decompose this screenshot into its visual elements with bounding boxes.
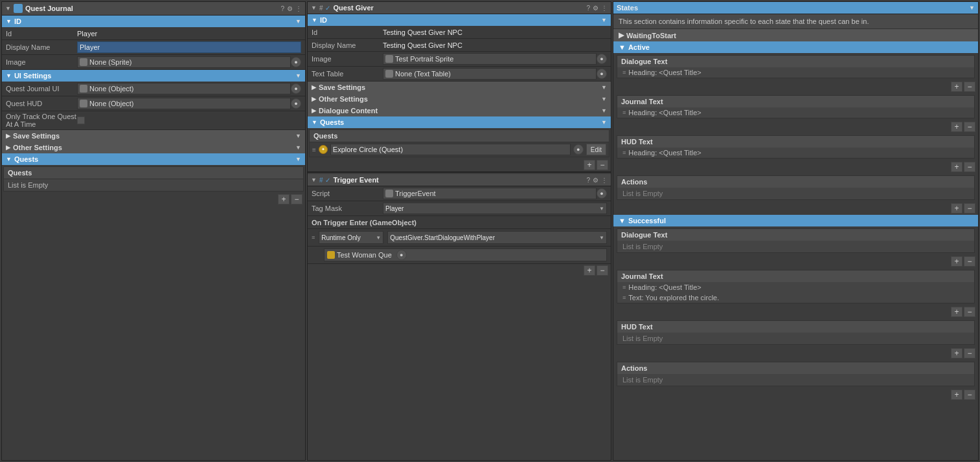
qg-arrow-icon: ▼ xyxy=(311,5,317,11)
settings-icon[interactable]: ⚙ xyxy=(287,5,293,12)
te-runtime-dropdown[interactable]: Runtime Only ▼ xyxy=(319,231,383,244)
active-hud-drag: ≡ xyxy=(622,149,626,156)
qg-check-icon[interactable]: ✓ xyxy=(325,5,330,12)
te-script-object[interactable]: TriggerEvent xyxy=(383,188,597,199)
ui-dropdown-icon[interactable]: ▼ xyxy=(295,72,301,79)
qg-text-table-circle[interactable]: ● xyxy=(597,69,607,79)
quests-dropdown-icon[interactable]: ▼ xyxy=(295,156,301,162)
te-add-btn[interactable]: + xyxy=(584,265,595,276)
succ-hud-sub: HUD Text List is Empty xyxy=(617,320,975,345)
save-settings-header[interactable]: ▶ Save Settings ▼ xyxy=(2,130,305,142)
active-journal-add[interactable]: + xyxy=(951,122,963,132)
ui-settings-label: UI Settings xyxy=(14,72,51,80)
qg-dialogue-header[interactable]: ▶ Dialogue Content ▼ xyxy=(308,105,611,116)
states-dropdown-icon[interactable]: ▼ xyxy=(969,5,975,11)
succ-dialogue-controls: + − xyxy=(613,255,978,268)
te-settings-icon[interactable]: ⚙ xyxy=(593,177,598,184)
menu-icon[interactable]: ⋮ xyxy=(295,5,302,12)
quest-item-input[interactable] xyxy=(330,144,571,155)
qg-quests-dropdown[interactable]: ▼ xyxy=(601,119,607,126)
qg-save-dropdown[interactable]: ▼ xyxy=(601,84,607,91)
te-remove-btn[interactable]: − xyxy=(597,265,608,276)
quest-journal-icon xyxy=(14,4,23,13)
te-tag-dropdown[interactable]: Player ▼ xyxy=(383,203,607,214)
save-arrow-icon: ▶ xyxy=(6,133,10,139)
quest-hud-object[interactable]: None (Object) xyxy=(77,98,291,109)
quest-journal-ui-row: Quest Journal UI None (Object) ● xyxy=(2,82,305,96)
qg-other-header[interactable]: ▶ Other Settings ▼ xyxy=(308,93,611,105)
quests-add-btn[interactable]: + xyxy=(278,194,290,204)
qg-quests-label: Quests xyxy=(320,118,344,126)
te-tag-arrow: ▼ xyxy=(599,206,604,212)
display-name-input[interactable] xyxy=(77,41,301,53)
te-script-circle[interactable]: ● xyxy=(597,188,607,199)
quest-item-circle[interactable]: ● xyxy=(573,144,584,155)
qg-settings-icon[interactable]: ⚙ xyxy=(593,5,598,12)
qg-save-header[interactable]: ▶ Save Settings ▼ xyxy=(308,82,611,93)
active-header[interactable]: ▼ Active xyxy=(613,41,978,53)
qg-quests-add-btn[interactable]: + xyxy=(584,160,595,170)
te-check-icon[interactable]: ✓ xyxy=(325,177,330,184)
active-hud-add[interactable]: + xyxy=(951,162,963,172)
qg-id-dropdown[interactable]: ▼ xyxy=(601,17,607,23)
id-dropdown-icon[interactable]: ▼ xyxy=(295,18,301,25)
other-settings-header[interactable]: ▶ Other Settings ▼ xyxy=(2,142,305,153)
qg-text-table-object[interactable]: None (Text Table) xyxy=(383,68,597,80)
te-menu-icon[interactable]: ⋮ xyxy=(601,177,608,184)
active-actions-add[interactable]: + xyxy=(951,203,963,214)
journal-ui-circle[interactable]: ● xyxy=(291,83,301,94)
quest-hud-circle[interactable]: ● xyxy=(291,98,301,109)
quest-journal-title: Quest Journal xyxy=(25,5,279,12)
succ-hud-add[interactable]: + xyxy=(951,348,963,358)
te-drag-icon[interactable]: ≡ xyxy=(312,234,315,241)
active-actions-remove[interactable]: − xyxy=(964,203,975,214)
quest-journal-panel: ▼ Quest Journal ? ⚙ ⋮ ▼ ID ▼ Id Player D… xyxy=(1,1,306,461)
succ-actions-add[interactable]: + xyxy=(951,390,963,400)
succ-hud-remove[interactable]: − xyxy=(964,348,975,358)
succ-dialogue-header: Dialogue Text xyxy=(617,229,974,241)
image-object-field[interactable]: None (Sprite) xyxy=(77,56,291,68)
active-arrow-icon: ▼ xyxy=(619,43,626,51)
succ-actions-remove[interactable]: − xyxy=(964,390,975,400)
succ-actions-header: Actions xyxy=(617,362,974,374)
active-dialogue-add[interactable]: + xyxy=(951,82,963,92)
active-hud-sub: HUD Text ≡ Heading: <Quest Title> xyxy=(617,135,975,159)
qg-image-circle[interactable]: ● xyxy=(597,54,607,64)
te-target-circle[interactable]: ● xyxy=(396,250,407,260)
qg-image-object[interactable]: Test Portrait Sprite xyxy=(383,53,597,65)
states-title: States xyxy=(617,4,966,12)
quest-edit-btn[interactable]: Edit xyxy=(586,144,606,155)
journal-ui-object[interactable]: None (Object) xyxy=(77,83,291,94)
drag-handle-icon[interactable]: ≡ xyxy=(312,146,316,153)
te-target-field[interactable]: Test Woman Que ● xyxy=(324,248,607,261)
qg-image-icon xyxy=(385,55,393,63)
active-dialogue-remove[interactable]: − xyxy=(964,82,975,92)
successful-header[interactable]: ▼ Successful xyxy=(613,215,978,226)
other-dropdown-icon[interactable]: ▼ xyxy=(295,144,301,151)
question-icon[interactable]: ? xyxy=(280,5,284,12)
save-dropdown-icon[interactable]: ▼ xyxy=(295,133,301,139)
succ-journal-add[interactable]: + xyxy=(951,307,963,317)
waiting-to-start-header[interactable]: ▶ WaitingToStart xyxy=(613,29,978,41)
te-function-arrow: ▼ xyxy=(599,235,604,241)
te-function-dropdown[interactable]: QuestGiver.StartDialogueWithPlayer ▼ xyxy=(387,231,607,244)
succ-journal-remove[interactable]: − xyxy=(964,307,975,317)
qg-quests-remove-btn[interactable]: − xyxy=(597,160,608,170)
qg-other-dropdown[interactable]: ▼ xyxy=(601,96,607,102)
qg-display-name-value: Testing Quest Giver NPC xyxy=(383,41,607,49)
qg-other-label: Other Settings xyxy=(319,95,368,103)
qg-dialogue-dropdown[interactable]: ▼ xyxy=(601,107,607,114)
qg-menu-icon[interactable]: ⋮ xyxy=(601,5,608,12)
te-question-icon[interactable]: ? xyxy=(586,177,590,184)
image-label: Image xyxy=(6,58,77,66)
active-hud-remove[interactable]: − xyxy=(964,162,975,172)
succ-dialogue-add[interactable]: + xyxy=(951,256,963,267)
active-journal-remove[interactable]: − xyxy=(964,122,975,132)
succ-dialogue-remove[interactable]: − xyxy=(964,256,975,267)
track-quest-checkbox[interactable] xyxy=(77,116,85,124)
qg-question-icon[interactable]: ? xyxy=(586,5,590,12)
image-circle-btn[interactable]: ● xyxy=(291,57,301,67)
id-label: Id xyxy=(6,30,77,38)
separator xyxy=(308,171,611,173)
quests-remove-btn[interactable]: − xyxy=(291,194,302,204)
